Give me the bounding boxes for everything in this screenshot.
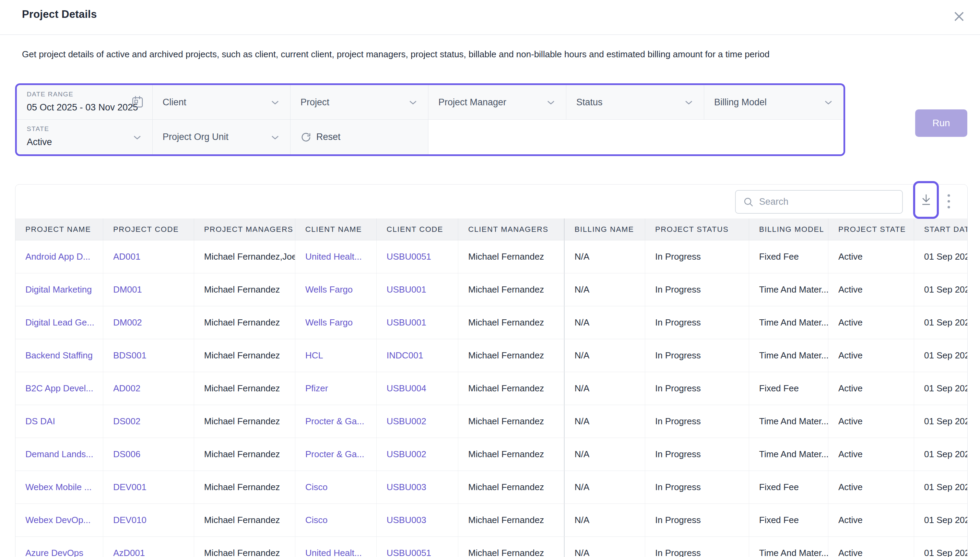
cell-link[interactable]: Cisco (295, 471, 377, 503)
cell-link[interactable]: Webex Mobile ... (15, 471, 103, 503)
cell-text: In Progress (645, 471, 749, 503)
state-filter[interactable]: STATE Active (17, 120, 153, 154)
cell-text: Active (829, 471, 914, 503)
column-header-client-name[interactable]: CLIENT NAME (295, 218, 377, 240)
cell-link[interactable]: USBU004 (377, 372, 458, 405)
cell-link[interactable]: USBU001 (377, 306, 458, 339)
project-filter[interactable]: Project (291, 85, 428, 120)
cell-link[interactable]: Demand Lands... (15, 438, 103, 471)
cell-link[interactable]: USBU002 (377, 405, 458, 438)
cell-link[interactable]: Wells Fargo (295, 306, 377, 339)
column-header-billing-model[interactable]: BILLING MODEL (749, 218, 829, 240)
table-row: Digital Lead Ge...DM002Michael Fernandez… (15, 306, 967, 339)
cell-link[interactable]: DM001 (103, 274, 194, 306)
cell-link[interactable]: DS DAI (15, 405, 103, 438)
cell-text: Michael Fernandez (458, 240, 565, 273)
cell-link[interactable]: United Healt... (295, 537, 377, 557)
cell-text: In Progress (645, 405, 749, 438)
cell-link[interactable]: Wells Fargo (295, 274, 377, 306)
cell-link[interactable]: DS006 (103, 438, 194, 471)
cell-link[interactable]: Backend Staffing (15, 339, 103, 372)
cell-text: In Progress (645, 306, 749, 339)
project-org-unit-filter[interactable]: Project Org Unit (153, 120, 291, 154)
status-filter[interactable]: Status (567, 85, 704, 120)
cell-text: N/A (565, 306, 645, 339)
cell-text: Michael Fernandez (458, 471, 565, 503)
cell-text: N/A (565, 504, 645, 536)
cell-text: N/A (565, 372, 645, 405)
cell-link[interactable]: DEV010 (103, 504, 194, 536)
cell-link[interactable]: HCL (295, 339, 377, 372)
cell-link[interactable]: AzD001 (103, 537, 194, 557)
search-box[interactable] (735, 190, 903, 214)
cell-text: 01 Sep 2025 (914, 438, 967, 471)
run-button[interactable]: Run (915, 109, 967, 137)
table-row: Backend StaffingBDS001Michael FernandezH… (15, 339, 967, 372)
cell-link[interactable]: Cisco (295, 504, 377, 536)
cell-text: 01 Sep 2025 (914, 372, 967, 405)
state-value: Active (27, 137, 52, 148)
cell-link[interactable]: Webex DevOp... (15, 504, 103, 536)
cell-link[interactable]: Digital Lead Ge... (15, 306, 103, 339)
client-filter-placeholder: Client (153, 97, 186, 108)
cell-link[interactable]: DS002 (103, 405, 194, 438)
cell-link[interactable]: DEV001 (103, 471, 194, 503)
table-viewport: PROJECT NAMEPROJECT CODEPROJECT MANAGERS… (15, 218, 967, 557)
cell-link[interactable]: AD002 (103, 372, 194, 405)
cell-link[interactable]: Pfizer (295, 372, 377, 405)
cell-link[interactable]: B2C App Devel... (15, 372, 103, 405)
cell-text: N/A (565, 471, 645, 503)
column-header-project-state[interactable]: PROJECT STATE (829, 218, 914, 240)
cell-link[interactable]: USBU0051 (377, 537, 458, 557)
cell-link[interactable]: Azure DevOps (15, 537, 103, 557)
cell-text: In Progress (645, 372, 749, 405)
cell-link[interactable]: USBU001 (377, 274, 458, 306)
cell-link[interactable]: AD001 (103, 240, 194, 273)
billing-model-filter[interactable]: Billing Model (704, 85, 843, 120)
cell-link[interactable]: Digital Marketing (15, 274, 103, 306)
cell-text: Time And Mater... (749, 438, 829, 471)
more-options-button[interactable] (943, 191, 955, 213)
column-header-project-name[interactable]: PROJECT NAME (15, 218, 103, 240)
cell-link[interactable]: Procter & Ga... (295, 438, 377, 471)
cell-link[interactable]: INDC001 (377, 339, 458, 372)
cell-link[interactable]: Procter & Ga... (295, 405, 377, 438)
cell-link[interactable]: USBU003 (377, 471, 458, 503)
chevron-down-icon (133, 135, 141, 140)
cell-text: Active (829, 306, 914, 339)
date-range-filter[interactable]: DATE RANGE 05 Oct 2025 - 03 Nov 2025 (17, 85, 153, 120)
column-header-project-status[interactable]: PROJECT STATUS (645, 218, 749, 240)
column-header-client-managers[interactable]: CLIENT MANAGERS (458, 218, 565, 240)
cell-link[interactable]: BDS001 (103, 339, 194, 372)
close-button[interactable] (951, 8, 967, 25)
cell-text: Michael Fernandez (194, 471, 295, 503)
cell-text: N/A (565, 274, 645, 306)
date-range-value: 05 Oct 2025 - 03 Nov 2025 (27, 102, 138, 113)
cell-link[interactable]: Android App D... (15, 240, 103, 273)
cell-text: Michael Fernandez (194, 306, 295, 339)
state-label: STATE (27, 125, 49, 133)
column-header-project-managers[interactable]: PROJECT MANAGERS (194, 218, 295, 240)
reset-button[interactable]: Reset (291, 120, 428, 154)
column-header-start-date[interactable]: START DATE (914, 218, 967, 240)
search-input[interactable] (759, 197, 889, 207)
download-button[interactable] (913, 181, 939, 219)
search-icon (743, 197, 754, 207)
cell-text: Michael Fernandez (458, 438, 565, 471)
cell-link[interactable]: USBU003 (377, 504, 458, 536)
column-header-project-code[interactable]: PROJECT CODE (103, 218, 194, 240)
table-row: Digital MarketingDM001Michael FernandezW… (15, 274, 967, 306)
column-header-client-code[interactable]: CLIENT CODE (377, 218, 458, 240)
column-header-billing-name[interactable]: BILLING NAME (565, 218, 645, 240)
cell-link[interactable]: USBU002 (377, 438, 458, 471)
client-filter[interactable]: Client (153, 85, 291, 120)
cell-link[interactable]: United Healt... (295, 240, 377, 273)
cell-text: Fixed Fee (749, 240, 829, 273)
cell-link[interactable]: USBU0051 (377, 240, 458, 273)
cell-text: Fixed Fee (749, 372, 829, 405)
cell-text: Active (829, 274, 914, 306)
cell-link[interactable]: DM002 (103, 306, 194, 339)
cell-text: 01 Sep 2025 (914, 274, 967, 306)
cell-text: Fixed Fee (749, 471, 829, 503)
project-manager-filter[interactable]: Project Manager (428, 85, 567, 120)
